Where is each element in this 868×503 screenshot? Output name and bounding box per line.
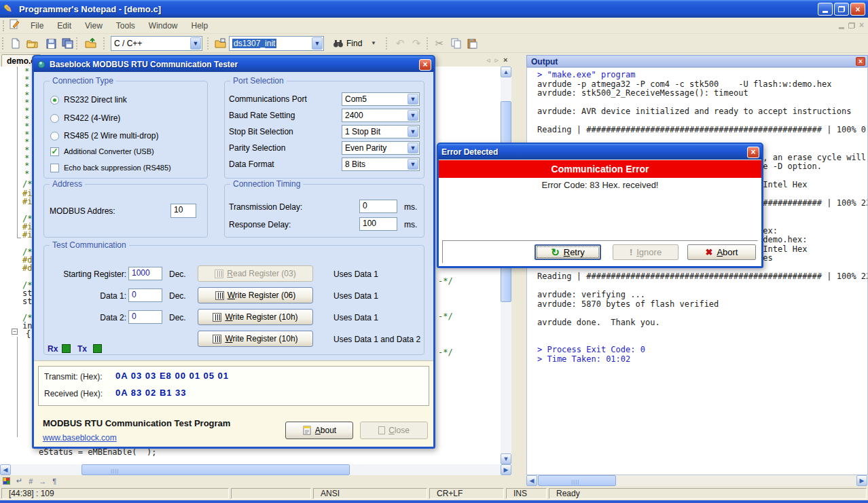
mdi-minimize-button[interactable] [839,27,844,29]
paste-icon[interactable] [465,36,480,51]
response-delay-unit: ms. [404,220,417,229]
write-register-06-button[interactable]: Write Register (06) [198,287,313,303]
line-break-icon[interactable]: ↵ [16,477,22,485]
checkbox-echo-suppression[interactable] [50,164,59,172]
find-binoculars-icon[interactable] [331,36,346,51]
tag-folder-icon[interactable] [213,36,228,51]
tab-close-icon[interactable]: × [503,56,507,64]
parity-select[interactable]: Even Parity▼ [342,141,420,155]
scrollbar-thumb[interactable]: |||| [538,475,616,486]
scroll-left-icon[interactable]: ◀ [526,475,537,486]
scroll-left-icon[interactable]: ◀ [0,464,11,475]
undo-icon[interactable]: ↶ [393,36,408,51]
output-console[interactable]: > "make.exe" programavrdude -p atmega32 … [526,67,868,475]
radio-rs232-label[interactable]: RS232 Direct link [64,95,127,105]
chevron-down-icon[interactable]: ▼ [408,94,418,105]
radio-rs485-label[interactable]: RS485 (2 Wire multi-drop) [64,131,158,141]
menu-help[interactable]: Help [185,19,215,33]
error-dialog-titlebar[interactable]: Error Detected × [438,144,762,160]
tab-scroll-left-icon[interactable]: ◃ [486,56,490,64]
menu-tools[interactable]: Tools [109,19,142,33]
restore-button[interactable] [834,3,849,16]
baseblock-link[interactable]: www.baseblock.com [43,433,117,443]
radio-rs485[interactable] [50,132,59,141]
stop-bit-select[interactable]: 1 Stop Bit▼ [342,125,420,138]
starting-register-input[interactable]: 1000 [128,267,162,280]
code-fragment: -*/ [438,348,453,356]
chevron-down-icon[interactable]: ▼ [190,37,201,50]
scrollbar-thumb[interactable]: |||| [82,464,350,475]
error-close-icon[interactable]: × [747,147,759,158]
about-icon [302,426,312,435]
modbus-address-input[interactable]: 10 [170,204,196,218]
save-icon[interactable] [43,36,58,51]
open-project-icon[interactable] [83,36,98,51]
find-button[interactable]: Find [346,39,362,48]
write-register-10h-both-button[interactable]: Write Register (10h) [198,331,313,347]
modbus-dialog-titlebar[interactable]: Baseblock MODBUS RTU Communication Teste… [33,56,434,72]
mdi-restore-button[interactable] [848,22,855,29]
data1-label: Data 1: [44,291,126,301]
menu-edit[interactable]: Edit [50,19,78,33]
checkbox-additional-converter[interactable]: ✓ [50,147,59,156]
redo-icon[interactable]: ↷ [409,36,424,51]
connection-type-caption: Connection Type [50,76,116,86]
about-button[interactable]: About [285,422,353,439]
chevron-down-icon[interactable]: ▼ [312,37,323,50]
ignore-button[interactable]: ! Ignore [613,244,679,260]
write-register-10h-button[interactable]: Write Register (10h) [198,309,313,325]
output-close-icon[interactable]: × [856,57,865,66]
insert-mode-indicator: INS [506,488,547,499]
comm-port-select[interactable]: Com5▼ [342,92,420,106]
new-file-icon[interactable] [8,36,23,51]
data1-input[interactable]: 0 [128,288,162,302]
menu-file[interactable]: File [24,19,50,33]
close-button[interactable]: × [850,3,865,16]
tab-scroll-right-icon[interactable]: ▹ [495,56,499,64]
data2-input[interactable]: 0 [128,310,162,324]
checkbox-additional-converter-label[interactable]: Additional Converter (USB) [64,147,154,155]
close-dialog-button[interactable]: Close [360,422,428,439]
chevron-down-icon[interactable]: ▼ [408,126,418,137]
read-register-button[interactable]: Read Register (03) [198,265,313,282]
scroll-up-icon[interactable]: ▲ [501,67,511,77]
mdi-close-button[interactable]: × [859,20,864,30]
data-format-select[interactable]: 8 Bits▼ [342,157,420,171]
output-line: avrdude -p atmega32 -P com4 -c stk500 -U… [537,80,867,90]
fold-collapse-box[interactable]: − [12,329,18,335]
scheme-select[interactable]: C / C++ ▼ [111,36,202,51]
menu-view[interactable]: View [78,19,109,33]
output-line [537,117,867,126]
retry-button[interactable]: ↻ Retry [535,244,601,260]
output-horizontal-scrollbar[interactable]: ◀ |||| ▶ [526,475,868,486]
output-pane-header[interactable]: Output × [526,55,868,67]
cut-icon[interactable]: ✂ [432,36,447,51]
radio-rs232[interactable] [50,96,59,105]
response-delay-input[interactable]: 100 [359,217,397,231]
transmission-delay-input[interactable]: 0 [359,200,397,213]
chevron-down-icon[interactable]: ▼ [408,110,418,121]
menu-window[interactable]: Window [142,19,185,33]
chevron-down-icon[interactable]: ▼ [408,143,418,153]
radio-rs422[interactable] [50,114,59,123]
pilcrow-icon[interactable]: ¶ [52,477,56,485]
line-numbers-icon[interactable]: # [29,477,33,485]
scroll-down-icon[interactable]: ▼ [501,453,511,464]
minimize-button[interactable] [818,3,833,16]
checkbox-echo-suppression-label[interactable]: Echo back suppression (RS485) [64,164,171,172]
save-all-icon[interactable] [60,36,75,51]
highlight-colors-icon[interactable] [3,477,10,485]
scroll-right-icon[interactable]: ▶ [856,475,867,486]
radio-rs422-label[interactable]: RS422 (4-Wire) [64,113,120,123]
copy-icon[interactable] [448,36,463,51]
open-folder-icon[interactable] [24,36,39,51]
tag-select[interactable]: ds1307_init ▼ [229,36,324,51]
chevron-down-icon[interactable]: ▼ [408,159,418,170]
find-dropdown-icon[interactable]: ▼ [371,40,376,46]
scroll-right-icon[interactable]: ▶ [501,464,511,475]
tab-marks-icon[interactable]: → [39,477,46,485]
modbus-close-icon[interactable]: × [419,59,431,71]
abort-button[interactable]: ✖ Abort [687,244,756,260]
baud-rate-select[interactable]: 2400▼ [342,109,420,122]
editor-horizontal-scrollbar[interactable]: ◀ |||| ▶ [0,464,511,475]
